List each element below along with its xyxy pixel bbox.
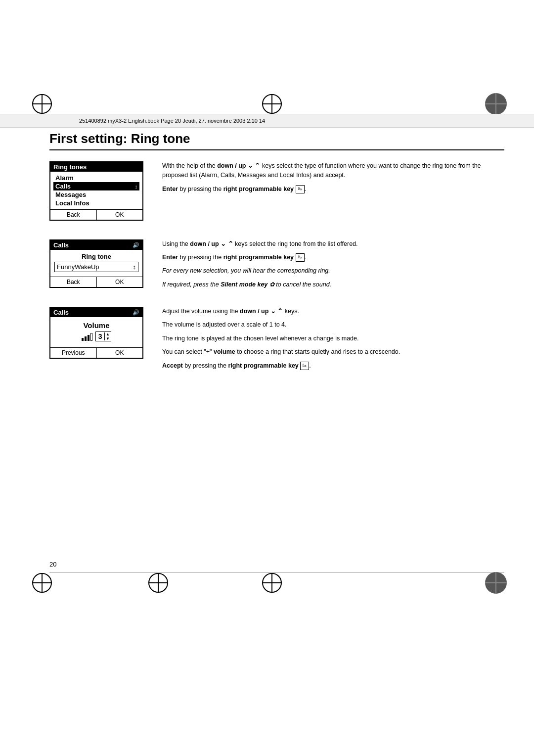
- screen1-header-text: Ring tones: [53, 163, 87, 171]
- instruction-para5: The ring tone is played at the chosen le…: [162, 334, 504, 343]
- bar-1: [82, 338, 84, 341]
- screen1-body: Alarm Calls ↕ Messages Local Infos: [50, 172, 142, 209]
- screen2-btn-ok[interactable]: OK: [97, 277, 143, 287]
- screen1-btn-back[interactable]: Back: [50, 210, 97, 220]
- instruction-col-3: Adjust the volume using the down / up ⌄ …: [162, 307, 504, 374]
- screen3-container: Calls 🔊 Volume 3: [49, 307, 148, 374]
- instruction-enter3: Accept by pressing the right programmabl…: [162, 361, 504, 371]
- header-strip: 251400892 myX3-2 English.book Page 20 Je…: [0, 114, 534, 128]
- screen3-header-text: Calls: [53, 309, 69, 316]
- reg-mark-bottom-right: [485, 572, 507, 594]
- phone-screen-1: Ring tones Alarm Calls ↕ Messages Local …: [49, 161, 143, 221]
- screen2-container: Calls 🔊 Ring tone FunnyWakeUp ↕ Back OK: [49, 239, 148, 296]
- volume-number-box: 3 ▲ ▼: [95, 331, 111, 341]
- bar-2: [85, 336, 87, 341]
- page-number: 20: [49, 561, 56, 568]
- instruction-enter2: Enter by pressing the right programmable…: [162, 253, 504, 262]
- up-down-arrows: ↕: [135, 184, 138, 189]
- screen1-container: Ring tones Alarm Calls ↕ Messages Local …: [49, 161, 148, 229]
- instruction-col-2: Using the down / up ⌄ ⌃ keys select the …: [162, 239, 504, 296]
- screen1-btn-ok[interactable]: OK: [97, 210, 143, 220]
- screen2-label: Ring tone: [54, 253, 138, 260]
- screen2-header: Calls 🔊: [50, 240, 142, 250]
- volume-arrows: ▲ ▼: [105, 332, 111, 341]
- reg-mark-top-right: [485, 93, 507, 115]
- screen2-footer: Back OK: [50, 277, 142, 287]
- instruction-para3: Adjust the volume using the down / up ⌄ …: [162, 307, 504, 316]
- volume-bars: [82, 332, 92, 341]
- instruction-col-1: With the help of the down / up ⌄ ⌃ keys …: [162, 161, 504, 229]
- instruction-italic1: For every new selection, you will hear t…: [162, 266, 504, 276]
- signal-icon-3: 🔊: [133, 309, 139, 316]
- screen3-body: Volume 3 ▲ ▼: [50, 317, 142, 347]
- reg-mark-bottom-center-right: [262, 573, 282, 593]
- instruction-para1: With the help of the down / up ⌄ ⌃ keys …: [162, 161, 504, 181]
- bar-3: [88, 335, 89, 341]
- screen3-btn-ok[interactable]: OK: [97, 348, 143, 358]
- instruction-enter1: Enter by pressing the right programmable…: [162, 185, 504, 194]
- screen2-body: Ring tone FunnyWakeUp ↕: [50, 250, 142, 277]
- ring-tone-value: FunnyWakeUp: [57, 263, 99, 271]
- reg-mark-top-center: [262, 94, 282, 114]
- selector-arrows: ↕: [133, 263, 136, 271]
- screen3-footer: Previous OK: [50, 347, 142, 358]
- instruction-para6: You can select "+" volume to choose a ri…: [162, 347, 504, 357]
- volume-label: Volume: [54, 321, 138, 330]
- menu-item-calls-selected: Calls ↕: [53, 182, 139, 190]
- screen1-header: Ring tones: [50, 162, 142, 172]
- reg-mark-top-left: [32, 94, 52, 114]
- section-1: Ring tones Alarm Calls ↕ Messages Local …: [49, 161, 504, 229]
- phone-screen-3: Calls 🔊 Volume 3: [49, 307, 143, 359]
- ring-tone-selector[interactable]: FunnyWakeUp ↕: [54, 262, 138, 272]
- screen2-btn-back[interactable]: Back: [50, 277, 97, 287]
- reg-mark-bottom-center-left: [148, 573, 168, 593]
- reg-mark-bottom-left: [32, 573, 52, 593]
- volume-number: 3: [96, 332, 105, 340]
- header-text: 251400892 myX3-2 English.book Page 20 Je…: [79, 118, 265, 124]
- screen1-footer: Back OK: [50, 209, 142, 220]
- screen3-btn-previous[interactable]: Previous: [50, 348, 97, 358]
- bar-4: [90, 333, 92, 341]
- menu-item-messages: Messages: [53, 190, 139, 199]
- phone-screen-2: Calls 🔊 Ring tone FunnyWakeUp ↕ Back OK: [49, 239, 143, 288]
- section-3: Calls 🔊 Volume 3: [49, 307, 504, 374]
- screen2-header-text: Calls: [53, 241, 69, 249]
- signal-icon-2: 🔊: [133, 242, 139, 248]
- menu-item-alarm: Alarm: [53, 174, 139, 182]
- volume-row: 3 ▲ ▼: [54, 331, 138, 341]
- page-title: First setting: Ring tone: [49, 131, 504, 150]
- instruction-italic2: If required, press the Silent mode key ✿…: [162, 280, 504, 289]
- instruction-para2: Using the down / up ⌄ ⌃ keys select the …: [162, 239, 504, 249]
- screen3-header: Calls 🔊: [50, 308, 142, 317]
- menu-item-localinfos: Local Infos: [53, 199, 139, 207]
- section-2: Calls 🔊 Ring tone FunnyWakeUp ↕ Back OK: [49, 239, 504, 296]
- instruction-para4: The volume is adjusted over a scale of 1…: [162, 320, 504, 330]
